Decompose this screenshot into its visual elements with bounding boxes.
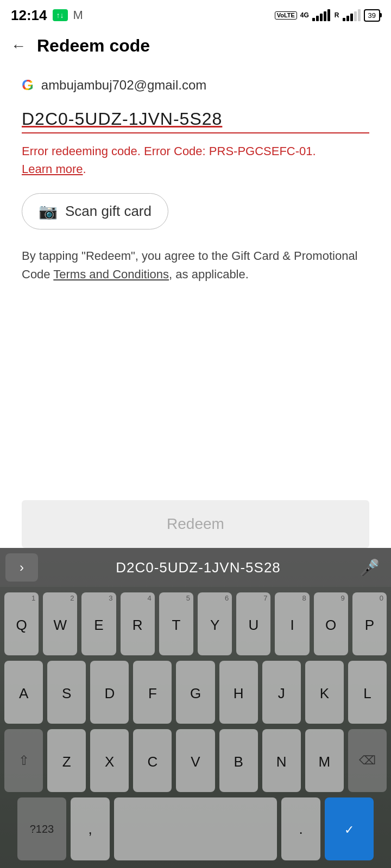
- keyboard-row-3: ⇧ Z X C V B N M ⌫: [4, 729, 387, 792]
- key-s[interactable]: S: [47, 661, 86, 724]
- signal-bars-1: [312, 9, 330, 21]
- key-o[interactable]: 9O: [314, 592, 348, 655]
- status-time: 12:14: [11, 7, 47, 24]
- keyboard-expand-button[interactable]: ›: [5, 553, 38, 582]
- delete-key[interactable]: ⌫: [348, 729, 387, 792]
- shift-key[interactable]: ⇧: [4, 729, 43, 792]
- period-key[interactable]: .: [281, 797, 320, 860]
- microphone-icon: 🎤: [360, 558, 380, 577]
- key-q[interactable]: 1Q: [4, 592, 39, 655]
- error-message: Error redeeming code. Error Code: PRS-PG…: [22, 142, 369, 178]
- key-m[interactable]: M: [305, 729, 344, 792]
- key-x[interactable]: X: [90, 729, 129, 792]
- key-y[interactable]: 6Y: [198, 592, 232, 655]
- keyboard-keys: 1Q 2W 3E 4R 5T 6Y 7U 8I 9O 0P A S D F G …: [0, 587, 391, 868]
- scan-gift-card-button[interactable]: 📷 Scan gift card: [22, 193, 168, 229]
- enter-key[interactable]: ✓: [325, 797, 374, 860]
- terms-link[interactable]: Terms and Conditions: [53, 267, 169, 281]
- keyboard-row-1: 1Q 2W 3E 4R 5T 6Y 7U 8I 9O 0P: [4, 592, 387, 655]
- key-r[interactable]: 4R: [121, 592, 155, 655]
- camera-icon: 📷: [39, 202, 58, 220]
- key-k[interactable]: K: [305, 661, 344, 724]
- key-d[interactable]: D: [90, 661, 129, 724]
- code-input[interactable]: D2C0-5UDZ-1JVN-5S28: [22, 109, 222, 129]
- key-z[interactable]: Z: [47, 729, 86, 792]
- key-n[interactable]: N: [262, 729, 301, 792]
- key-a[interactable]: A: [4, 661, 43, 724]
- key-b[interactable]: B: [219, 729, 258, 792]
- redeem-button[interactable]: Redeem: [22, 500, 369, 548]
- key-u[interactable]: 7U: [236, 592, 270, 655]
- code-input-container[interactable]: D2C0-5UDZ-1JVN-5S28: [22, 109, 369, 133]
- chevron-right-icon: ›: [20, 560, 24, 575]
- space-key[interactable]: [114, 797, 277, 860]
- keyboard-row-4: ?123 , . ✓: [4, 797, 387, 860]
- network-4g: 4G: [300, 11, 309, 19]
- network-indicator-r: R: [335, 11, 339, 19]
- key-v[interactable]: V: [176, 729, 215, 792]
- gmail-icon: M: [73, 8, 83, 22]
- key-w[interactable]: 2W: [43, 592, 77, 655]
- signal-bars-2: [343, 9, 361, 21]
- keyboard-mic-button[interactable]: 🎤: [353, 553, 386, 582]
- account-email: ambujambuj702@gmail.com: [41, 78, 207, 93]
- key-l[interactable]: L: [348, 661, 387, 724]
- header: ← Redeem code: [0, 28, 391, 63]
- symbols-key[interactable]: ?123: [17, 797, 66, 860]
- terms-suffix: , as applicable.: [169, 267, 249, 281]
- keyboard-suggestion-text[interactable]: D2C0-5UDZ-1JVN-5S28: [43, 559, 353, 576]
- key-h[interactable]: H: [219, 661, 258, 724]
- key-g[interactable]: G: [176, 661, 215, 724]
- keyboard-suggestion-bar: › D2C0-5UDZ-1JVN-5S28 🎤: [0, 548, 391, 587]
- google-g-icon: G: [22, 76, 34, 94]
- key-j[interactable]: J: [262, 661, 301, 724]
- key-p[interactable]: 0P: [352, 592, 387, 655]
- key-f[interactable]: F: [133, 661, 172, 724]
- google-account-row: G ambujambuj702@gmail.com: [22, 76, 369, 94]
- key-e[interactable]: 3E: [81, 592, 116, 655]
- keyboard-row-2: A S D F G H J K L: [4, 661, 387, 724]
- learn-more-link[interactable]: Learn more: [22, 162, 83, 176]
- page-title: Redeem code: [37, 36, 150, 56]
- battery-indicator: 39: [364, 9, 380, 22]
- key-c[interactable]: C: [133, 729, 172, 792]
- scan-button-label: Scan gift card: [65, 203, 152, 220]
- main-content: G ambujambuj702@gmail.com D2C0-5UDZ-1JVN…: [0, 63, 391, 297]
- volte-badge: VoLTE: [275, 11, 297, 20]
- key-t[interactable]: 5T: [159, 592, 193, 655]
- notification-icon-1: ↑↓: [53, 9, 68, 21]
- terms-text: By tapping "Redeem", you agree to the Gi…: [22, 247, 369, 284]
- comma-key[interactable]: ,: [71, 797, 110, 860]
- back-button[interactable]: ←: [11, 37, 26, 55]
- error-text: Error redeeming code. Error Code: PRS-PG…: [22, 144, 316, 158]
- key-i[interactable]: 8I: [275, 592, 309, 655]
- keyboard-area: › D2C0-5UDZ-1JVN-5S28 🎤 1Q 2W 3E 4R 5T 6…: [0, 548, 391, 868]
- status-right-icons: VoLTE 4G R 39: [275, 9, 380, 22]
- status-bar: 12:14 ↑↓ M VoLTE 4G R 39: [0, 0, 391, 28]
